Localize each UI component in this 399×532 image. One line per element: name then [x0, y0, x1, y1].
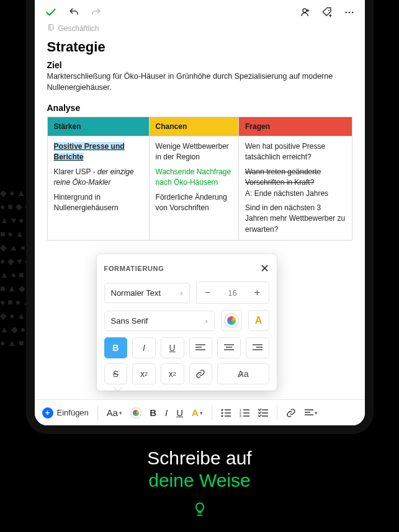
plus-icon: + [42, 407, 53, 419]
font-family-select[interactable]: Sans Serif› [104, 311, 215, 331]
cell-staerken[interactable]: Positive Presse und Berichte Klarer USP … [47, 136, 149, 241]
insert-button[interactable]: + Einfügen [42, 407, 89, 419]
svg-point-6 [221, 412, 223, 414]
bold-button[interactable]: B [104, 337, 128, 358]
clear-formatting-button[interactable]: A̷a [217, 363, 269, 384]
done-button[interactable] [45, 6, 57, 19]
popover-title: FORMATIERUNG [104, 265, 164, 272]
alignment-toolbar-button[interactable] [305, 409, 318, 417]
color-ring-icon [225, 314, 238, 327]
italic-button[interactable]: I [132, 337, 156, 358]
subscript-button[interactable]: x2 [161, 363, 184, 384]
checklist-button[interactable] [258, 409, 268, 417]
marketing-line-1: Schreibe auf [0, 448, 399, 469]
color-toolbar-button[interactable] [131, 408, 141, 418]
lightbulb-icon [0, 501, 399, 517]
formatting-popover: FORMATIERUNG ✕ Normaler Text› − 16 + San… [97, 254, 277, 391]
col-fragen[interactable]: Fragen [238, 117, 352, 136]
cell-chancen[interactable]: Wenige Wettbewerber in der Region Wachse… [149, 136, 238, 241]
align-left-button[interactable] [189, 337, 213, 358]
bullet-list-button[interactable] [221, 409, 231, 417]
svg-point-0 [328, 10, 330, 11]
analysis-table[interactable]: Stärken Chancen Fragen Positive Presse u… [47, 117, 352, 241]
strikethrough-button[interactable]: S [104, 363, 128, 384]
heading-analyse[interactable]: Analyse [47, 103, 352, 113]
underline-toolbar-button[interactable]: U [176, 407, 183, 418]
svg-point-3 [351, 12, 353, 14]
text-color-button[interactable] [221, 310, 242, 331]
col-chancen[interactable]: Chancen [149, 117, 238, 136]
goal-text[interactable]: Markterschließung für Öko-Häuser in Grün… [47, 71, 352, 93]
tag-button[interactable] [321, 7, 333, 18]
undo-button[interactable] [68, 7, 79, 18]
align-center-button[interactable] [217, 337, 241, 358]
heading-ziel[interactable]: Ziel [47, 60, 352, 70]
svg-text:3: 3 [240, 414, 241, 417]
italic-toolbar-button[interactable]: I [165, 407, 168, 418]
svg-point-5 [221, 409, 223, 410]
bold-toolbar-button[interactable]: B [150, 407, 156, 418]
numbered-list-button[interactable]: 123 [240, 409, 249, 417]
highlight-toolbar-button[interactable]: A [192, 407, 203, 418]
font-size-stepper[interactable]: − 16 + [196, 282, 269, 304]
redo-button[interactable] [91, 7, 102, 18]
note-title[interactable]: Strategie [47, 39, 352, 55]
decrease-size-button[interactable]: − [197, 282, 219, 303]
svg-point-7 [221, 415, 223, 417]
close-icon[interactable]: ✕ [260, 262, 269, 275]
font-size-value: 16 [219, 288, 246, 298]
cell-fragen[interactable]: Wen hat positive Presse tatsächlich erre… [238, 136, 352, 241]
more-button[interactable] [344, 7, 355, 18]
increase-size-button[interactable]: + [246, 282, 269, 303]
text-style-select[interactable]: Normaler Text› [104, 283, 190, 303]
link-button[interactable] [189, 363, 213, 384]
notebook-icon [47, 24, 55, 33]
marketing-line-2: deine Weise [0, 470, 399, 491]
highlight-color-button[interactable]: A [248, 310, 269, 331]
color-ring-icon [131, 408, 141, 418]
col-staerken[interactable]: Stärken [47, 117, 149, 136]
share-person-button[interactable] [299, 7, 310, 18]
underline-button[interactable]: U [161, 337, 184, 358]
link-toolbar-button[interactable] [286, 408, 296, 418]
align-right-button[interactable] [246, 337, 269, 358]
text-style-toolbar-button[interactable]: Aa [107, 407, 122, 418]
superscript-button[interactable]: x2 [132, 363, 156, 384]
svg-rect-4 [48, 25, 53, 30]
svg-point-1 [345, 12, 347, 14]
notebook-name[interactable]: Geschäftlich [58, 24, 99, 33]
editor-toolbar: + Einfügen Aa B I U A 123 [35, 399, 365, 425]
svg-point-2 [348, 12, 350, 14]
highlighter-icon: A [255, 315, 262, 326]
